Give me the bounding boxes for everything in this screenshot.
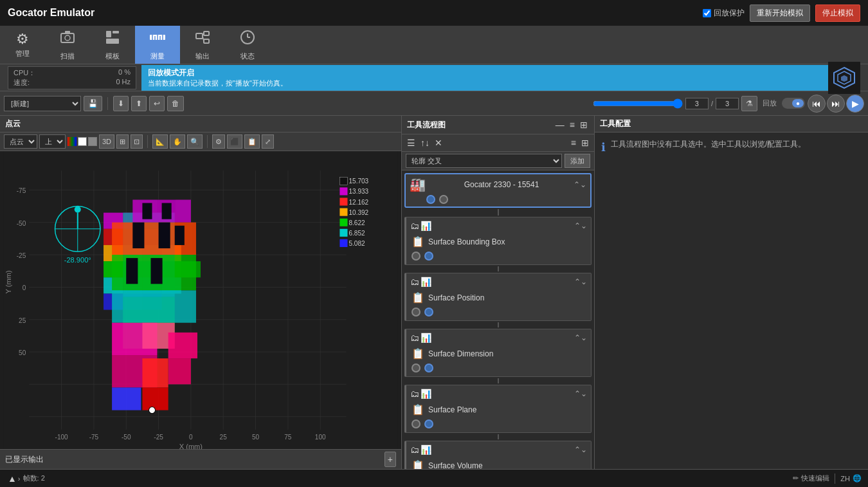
frame-num-input[interactable] (685, 98, 709, 109)
wf-up-icon[interactable]: ↑↓ (419, 136, 431, 149)
point-cloud-canvas[interactable]: -75 -50 -25 0 25 50 Y (mm) -100 -75 -50 … (0, 151, 401, 449)
prev-frame-button[interactable]: ⏮ (808, 95, 826, 113)
svg-rect-3 (106, 31, 111, 37)
spl-icon1: 🗂 (410, 389, 419, 399)
playback-title: 回放模式开启 (148, 68, 822, 78)
color-gray-btn[interactable] (88, 137, 97, 146)
playback-label: 回放 (763, 98, 777, 108)
zoom-btn[interactable]: 🔍 (187, 134, 203, 149)
project-dropdown[interactable]: [新建] (4, 96, 81, 111)
wf-menu-icon[interactable]: ≡ (570, 136, 577, 149)
dot-btn[interactable]: ⊡ (131, 134, 143, 149)
color-white-btn[interactable] (78, 137, 87, 146)
nav-scan[interactable]: 扫描 (45, 26, 90, 64)
svg-text:Y (mm): Y (mm) (5, 270, 12, 293)
gocator-connector-2[interactable] (439, 195, 448, 204)
next-frame-button[interactable]: ⏭ (827, 95, 845, 113)
svg-text:13.933: 13.933 (348, 188, 368, 195)
sbb-tool-icon: 📋 (411, 235, 424, 248)
stop-button[interactable]: 停止模拟 (815, 5, 860, 22)
tool-item-sbb[interactable]: 🗂 📊 ⌃⌄ 📋 Surface Bounding Box (404, 217, 592, 265)
sp-connector-1[interactable] (411, 308, 420, 317)
workflow-grid-btn[interactable]: ⊞ (579, 118, 589, 131)
save-button[interactable]: 💾 (84, 96, 102, 111)
play-button[interactable]: ▶ (846, 95, 864, 113)
playback-protect-checkbox[interactable] (703, 9, 711, 17)
tool-item-spl[interactable]: 🗂 📊 ⌃⌄ 📋 Surface Plane (404, 385, 592, 433)
add-output-button[interactable]: + (384, 452, 396, 467)
sp-arrows[interactable]: ⌃⌄ (574, 277, 587, 286)
tool-icons-spl: 🗂 📊 (410, 389, 431, 399)
tool-item-sd[interactable]: 🗂 📊 ⌃⌄ 📋 Surface Dimension (404, 329, 592, 377)
svg-rect-111 (339, 187, 347, 195)
view-type-select[interactable]: 点云 (4, 134, 37, 149)
tool-item-sp[interactable]: 🗂 📊 ⌃⌄ 📋 Surface Position (404, 273, 592, 321)
spl-arrows[interactable]: ⌃⌄ (574, 389, 587, 398)
workflow-minimize-btn[interactable]: — (554, 118, 566, 131)
playback-protect-label[interactable]: 回放保护 (703, 8, 745, 19)
status-arrow-btn[interactable]: ▲ (6, 472, 18, 485)
workflow-filter-select[interactable]: 轮廓 交叉 (406, 154, 562, 168)
svg-rect-91 (126, 258, 138, 284)
filter-button[interactable]: ⚗ (741, 96, 757, 111)
sd-arrows[interactable]: ⌃⌄ (574, 333, 587, 342)
logo-box (828, 62, 860, 94)
svg-text:25: 25 (220, 434, 228, 441)
sv-arrows[interactable]: ⌃⌄ (574, 445, 587, 454)
capture-btn[interactable]: ⬛ (227, 134, 242, 149)
export-button[interactable]: ↩ (149, 96, 165, 111)
gocator-connector-1[interactable] (426, 195, 435, 204)
grid-btn[interactable]: ⊞ (116, 134, 129, 149)
playback-toggle[interactable]: ● (782, 98, 805, 109)
sbb-connector-2[interactable] (424, 252, 433, 261)
upload-button[interactable]: ⬆ (131, 96, 147, 111)
svg-rect-84 (142, 203, 152, 219)
sd-connector-1[interactable] (411, 363, 420, 372)
sp-connector-2[interactable] (424, 308, 433, 317)
settings-btn[interactable]: ⚙ (212, 134, 225, 149)
frame-total-input[interactable] (716, 98, 739, 109)
nav-output[interactable]: 输出 (180, 26, 225, 64)
nav-measure[interactable]: 测量 (135, 26, 180, 64)
sv-tool-icon: 📋 (411, 459, 424, 469)
spl-connector-1[interactable] (411, 419, 420, 428)
gocator-node[interactable]: 🏭 Gocator 2330 - 15541 ⌃⌄ (404, 173, 592, 208)
expand-btn[interactable]: ⤢ (262, 134, 274, 149)
sd-connector-2[interactable] (424, 363, 433, 372)
sbb-arrows[interactable]: ⌃⌄ (574, 221, 587, 230)
svg-text:X (mm): X (mm) (179, 443, 203, 449)
color-gradient-btn[interactable] (68, 137, 77, 146)
nav-status[interactable]: 状态 (225, 26, 270, 64)
3d-button[interactable]: 3D (99, 134, 114, 149)
delete-button[interactable]: 🗑 (167, 96, 184, 111)
view-dir-select[interactable]: 上 (39, 134, 66, 149)
restart-button[interactable]: 重新开始模拟 (750, 5, 810, 22)
wf-close-icon[interactable]: ✕ (433, 136, 444, 149)
wf-expand-icon[interactable]: ⊞ (580, 136, 590, 149)
spl-connector-2[interactable] (424, 419, 433, 428)
toggle-off[interactable] (783, 103, 791, 104)
svg-text:0: 0 (23, 284, 26, 291)
copy-btn[interactable]: 📋 (244, 134, 260, 149)
toolbar: [新建] 💾 ⬇ ⬆ ↩ 🗑 / ⚗ 回放 ● ⏮ ⏭ ▶ (0, 91, 868, 116)
lang-item[interactable]: ZH 🌐 (840, 474, 862, 482)
sp-tool-icon: 📋 (411, 291, 424, 304)
download-button[interactable]: ⬇ (113, 96, 129, 111)
nav-manage[interactable]: ⚙ 管理 (0, 26, 45, 64)
toggle-on[interactable]: ● (792, 99, 804, 107)
sbb-connector-1[interactable] (411, 252, 420, 261)
tool-item-sv[interactable]: 🗂 📊 ⌃⌄ 📋 Surface Volume (404, 441, 592, 469)
workflow-add-button[interactable]: 添加 (565, 154, 590, 168)
frame-slider[interactable] (593, 98, 683, 109)
svg-text:-75: -75 (17, 187, 26, 194)
connection-line-3 (498, 322, 499, 327)
workflow-list-btn[interactable]: ≡ (568, 118, 576, 131)
nav-template[interactable]: 模板 (90, 26, 135, 64)
workflow-content[interactable]: 🏭 Gocator 2330 - 15541 ⌃⌄ (402, 170, 594, 469)
gocator-arrows[interactable]: ⌃⌄ (574, 180, 586, 189)
wf-list-icon[interactable]: ☰ (406, 136, 417, 149)
playback-controls: ⏮ ⏭ ▶ (808, 95, 864, 113)
ruler-btn[interactable]: 📐 (152, 134, 168, 149)
pan-btn[interactable]: ✋ (170, 134, 185, 149)
quick-edit-item[interactable]: ✏ 快速编辑 (793, 473, 829, 483)
